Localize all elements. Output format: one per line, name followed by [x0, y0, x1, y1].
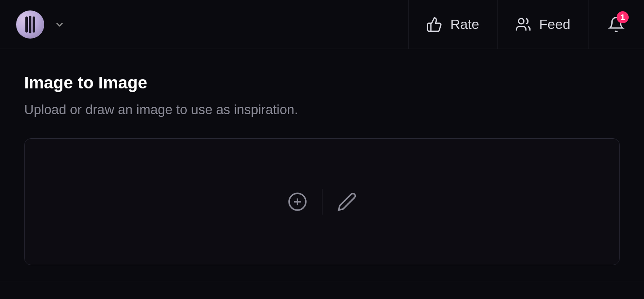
- upload-dropzone[interactable]: [24, 138, 620, 265]
- pencil-icon: [337, 192, 357, 212]
- svg-point-3: [518, 18, 524, 24]
- chevron-down-icon[interactable]: [54, 19, 65, 30]
- page-title: Image to Image: [24, 73, 620, 92]
- dropzone-divider: [322, 189, 322, 215]
- header-left: [16, 10, 65, 39]
- svg-rect-1: [29, 16, 31, 33]
- header: Rate Feed 1: [0, 0, 644, 49]
- svg-rect-2: [33, 16, 35, 33]
- rate-label: Rate: [450, 16, 479, 32]
- logo-icon: [23, 16, 37, 33]
- notifications-button[interactable]: 1: [588, 0, 644, 49]
- app-logo[interactable]: [16, 10, 44, 39]
- feed-button[interactable]: Feed: [497, 0, 588, 49]
- plus-circle-icon: [287, 192, 308, 212]
- thumbs-up-icon: [426, 16, 442, 33]
- notification-badge: 1: [617, 11, 629, 23]
- feed-label: Feed: [539, 16, 571, 32]
- bottom-divider: [0, 281, 644, 281]
- users-icon: [515, 16, 531, 33]
- svg-rect-0: [25, 16, 28, 33]
- header-right: Rate Feed 1: [408, 0, 644, 49]
- page-subtitle: Upload or draw an image to use as inspir…: [24, 102, 620, 117]
- draw-image-button[interactable]: [337, 192, 357, 212]
- add-image-button[interactable]: [287, 192, 308, 212]
- rate-button[interactable]: Rate: [408, 0, 497, 49]
- main-content: Image to Image Upload or draw an image t…: [0, 49, 644, 265]
